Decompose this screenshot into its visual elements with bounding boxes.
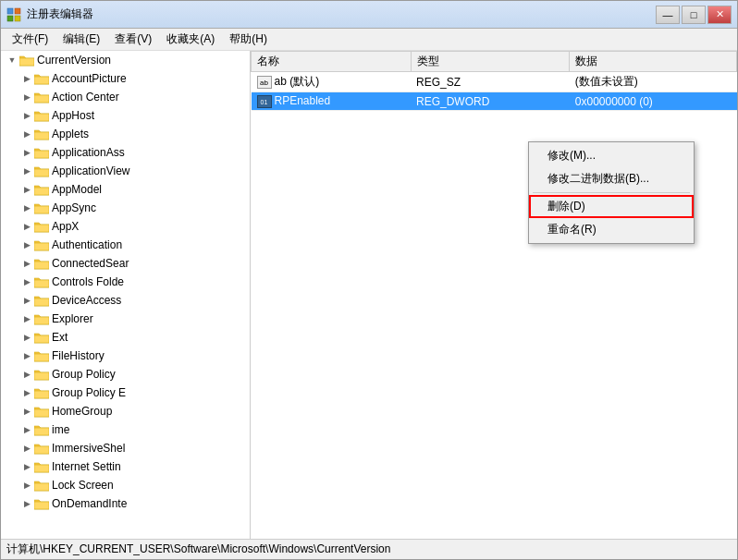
expand-arrow-icon[interactable]: ▶ (19, 330, 34, 345)
context-menu-item-rename[interactable]: 重命名(R) (529, 218, 694, 241)
expand-arrow-icon[interactable]: ▶ (19, 90, 34, 104)
reg-data-cell: 0x00000000 (0) (570, 92, 737, 111)
context-menu-item-modify[interactable]: 修改(M)... (529, 144, 694, 167)
folder-icon (34, 423, 49, 436)
tree-item[interactable]: ▶ AccountPicture (1, 69, 250, 88)
col-data: 数据 (570, 52, 737, 72)
folder-icon (34, 146, 49, 159)
expand-arrow-icon[interactable]: ▶ (19, 145, 34, 160)
minimize-button[interactable]: — (656, 6, 680, 24)
expand-arrow-icon[interactable]: ▶ (19, 256, 34, 271)
expand-arrow-icon[interactable]: ▶ (19, 478, 34, 493)
expand-arrow-icon[interactable]: ▶ (19, 311, 34, 326)
title-bar-buttons: — □ ✕ (656, 6, 732, 24)
expand-arrow-icon[interactable]: ▶ (19, 164, 34, 178)
reg-name-cell: abab (默认) (252, 72, 412, 92)
tree-item-label: Group Policy (52, 368, 116, 381)
tree-item[interactable]: ▶ AppHost (1, 106, 250, 125)
tree-item[interactable]: ▶ AppModel (1, 180, 250, 199)
reg-name-cell: 01RPEnabled (252, 92, 412, 111)
expand-arrow-icon[interactable]: ▶ (19, 404, 34, 419)
tree-item[interactable]: ▶ AppX (1, 217, 250, 236)
menu-item-F[interactable]: 文件(F) (5, 30, 55, 49)
tree-item-label: Applets (52, 128, 89, 140)
status-bar: 计算机\HKEY_CURRENT_USER\Software\Microsoft… (1, 539, 737, 559)
tree-item[interactable]: ▶ Group Policy E (1, 383, 250, 402)
app-icon (6, 7, 21, 22)
folder-icon (34, 294, 49, 307)
tree-item-label: Explorer (52, 312, 93, 325)
tree-item[interactable]: ▶ FileHistory (1, 347, 250, 365)
folder-icon (34, 220, 49, 233)
tree-item-label: Lock Screen (52, 479, 114, 492)
tree-item[interactable]: ▶ Authentication (1, 236, 250, 254)
expand-arrow-icon[interactable]: ▶ (19, 71, 34, 86)
expand-arrow-icon[interactable]: ▶ (19, 441, 34, 456)
tree-item[interactable]: ▶ ApplicationAss (1, 143, 250, 162)
table-row[interactable]: 01RPEnabledREG_DWORD0x00000000 (0) (252, 92, 737, 111)
tree-item[interactable]: ▶ Explorer (1, 310, 250, 328)
col-name: 名称 (252, 52, 412, 72)
folder-icon (34, 275, 49, 288)
tree-item[interactable]: ▶ ime (1, 420, 250, 439)
tree-panel: ▼ CurrentVersion▶ AccountPicture▶ Action… (1, 51, 251, 539)
tree-item[interactable]: ▶ HomeGroup (1, 402, 250, 420)
expand-arrow-icon[interactable]: ▼ (5, 53, 19, 67)
tree-item-label: AccountPicture (52, 72, 127, 85)
expand-arrow-icon[interactable]: ▶ (19, 108, 34, 123)
folder-icon (34, 128, 49, 140)
registry-table: 名称 类型 数据 abab (默认)REG_SZ(数值未设置)01RPEnabl… (251, 51, 737, 111)
expand-arrow-icon[interactable]: ▶ (19, 182, 34, 197)
expand-arrow-icon[interactable]: ▶ (19, 274, 34, 289)
context-menu: 修改(M)...修改二进制数据(B)...删除(D)重命名(R) (528, 141, 695, 244)
tree-item[interactable]: ▼ CurrentVersion (1, 51, 250, 69)
tree-item-label: Authentication (52, 238, 122, 251)
tree-item-label: AppSync (52, 201, 96, 214)
expand-arrow-icon[interactable]: ▶ (19, 422, 34, 437)
expand-arrow-icon[interactable]: ▶ (19, 496, 34, 511)
tree-item[interactable]: ▶ Action Center (1, 88, 250, 106)
tree-item-label: ConnectedSear (52, 257, 129, 270)
menu-item-V[interactable]: 查看(V) (107, 30, 159, 49)
tree-item[interactable]: ▶ Controls Folde (1, 273, 250, 291)
tree-item[interactable]: ▶ ApplicationView (1, 162, 250, 180)
status-path: 计算机\HKEY_CURRENT_USER\Software\Microsoft… (6, 542, 390, 557)
tree-item[interactable]: ▶ ImmersiveShel (1, 439, 250, 457)
tree-scroll[interactable]: ▼ CurrentVersion▶ AccountPicture▶ Action… (1, 51, 250, 539)
tree-item[interactable]: ▶ Applets (1, 125, 250, 143)
maximize-button[interactable]: □ (682, 6, 706, 24)
reg-data-cell: (数值未设置) (570, 72, 737, 92)
tree-item-label: DeviceAccess (52, 294, 121, 307)
context-menu-item-modify-binary[interactable]: 修改二进制数据(B)... (529, 167, 694, 190)
expand-arrow-icon[interactable]: ▶ (19, 293, 34, 308)
context-menu-item-delete[interactable]: 删除(D) (529, 195, 694, 218)
tree-item[interactable]: ▶ ConnectedSear (1, 254, 250, 273)
expand-arrow-icon[interactable]: ▶ (19, 201, 34, 215)
expand-arrow-icon[interactable]: ▶ (19, 237, 34, 252)
expand-arrow-icon[interactable]: ▶ (19, 348, 34, 363)
folder-icon (34, 312, 49, 325)
window-title: 注册表编辑器 (27, 6, 93, 22)
expand-arrow-icon[interactable]: ▶ (19, 219, 34, 234)
bin-icon: 01 (257, 95, 272, 108)
expand-arrow-icon[interactable]: ▶ (19, 367, 34, 382)
tree-item[interactable]: ▶ DeviceAccess (1, 291, 250, 310)
expand-arrow-icon[interactable]: ▶ (19, 459, 34, 474)
folder-icon (34, 257, 49, 270)
menu-item-A[interactable]: 收藏夹(A) (159, 30, 222, 49)
close-button[interactable]: ✕ (707, 6, 732, 24)
expand-arrow-icon[interactable]: ▶ (19, 385, 34, 400)
tree-item[interactable]: ▶ AppSync (1, 199, 250, 217)
folder-icon (34, 497, 49, 510)
folder-icon (19, 54, 34, 67)
tree-item[interactable]: ▶ Ext (1, 328, 250, 347)
menu-item-H[interactable]: 帮助(H) (222, 30, 275, 49)
tree-item-label: AppHost (52, 109, 94, 122)
tree-item[interactable]: ▶ Internet Settin (1, 457, 250, 476)
expand-arrow-icon[interactable]: ▶ (19, 127, 34, 141)
table-row[interactable]: abab (默认)REG_SZ(数值未设置) (252, 72, 737, 92)
tree-item[interactable]: ▶ OnDemandInte (1, 494, 250, 513)
tree-item[interactable]: ▶ Lock Screen (1, 476, 250, 494)
tree-item[interactable]: ▶ Group Policy (1, 365, 250, 383)
menu-item-E[interactable]: 编辑(E) (55, 30, 107, 49)
